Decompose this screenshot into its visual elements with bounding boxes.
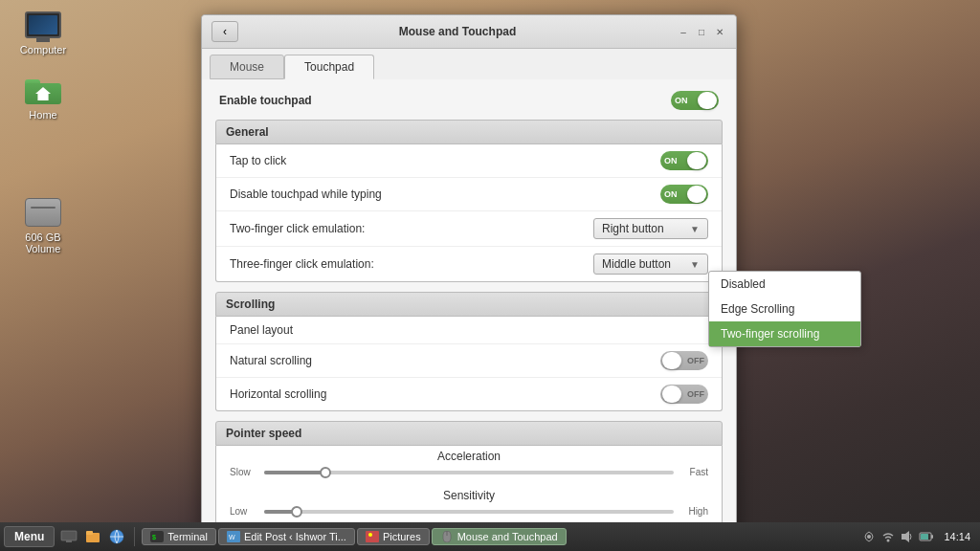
enable-touchpad-toggle[interactable]: ON [671, 91, 719, 110]
taskbar-icon-monitor[interactable] [58, 526, 79, 547]
natural-scrolling-text: OFF [687, 356, 704, 365]
desktop-icon-volume[interactable]: 606 GB Volume [10, 197, 77, 254]
taskbar-sep-1 [134, 527, 135, 546]
general-section-header: General [215, 120, 723, 144]
taskbar-icon-files[interactable] [82, 526, 103, 547]
desktop-icon-computer[interactable]: Computer [10, 10, 77, 55]
acceleration-fill [264, 471, 325, 474]
panel-layout-label: Panel layout [230, 323, 293, 337]
panel-layout-row: Panel layout Disabled Edge Scrolling Two… [216, 317, 722, 344]
enable-touchpad-row: Enable touchpad ON [215, 91, 723, 110]
taskbar-menu-button[interactable]: Menu [4, 526, 55, 547]
svg-rect-1 [66, 540, 72, 542]
tab-mouse[interactable]: Mouse [210, 55, 284, 79]
acceleration-min-label: Slow [230, 467, 256, 477]
three-finger-dropdown-value: Middle button [602, 257, 671, 271]
maximize-button[interactable]: □ [695, 25, 708, 38]
svg-marker-16 [902, 531, 909, 542]
tap-to-click-label: Tap to click [230, 154, 286, 167]
dialog-controls: – □ ✕ [677, 25, 726, 38]
three-finger-row: Three-finger click emulation: Middle but… [216, 247, 722, 281]
toggle-knob [698, 92, 717, 109]
acceleration-thumb[interactable] [320, 467, 331, 478]
svg-rect-3 [86, 531, 93, 535]
sensitivity-container: Sensitivity Low High [216, 485, 722, 524]
taskbar-icon-browser[interactable] [106, 526, 127, 547]
disable-typing-row: Disable touchpad while typing ON [216, 178, 722, 211]
tap-to-click-toggle[interactable]: ON [660, 151, 708, 170]
pointer-speed-section: Acceleration Slow Fast Sensitivity Low [215, 446, 723, 525]
sensitivity-label: Sensitivity [230, 489, 708, 502]
taskbar: Menu $ Terminal W Edit Post ‹ Ishwor [0, 522, 980, 551]
tap-to-click-row: Tap to click ON [216, 144, 722, 178]
acceleration-max-label: Fast [681, 467, 708, 477]
svg-rect-10 [366, 531, 379, 542]
network-icon [861, 529, 877, 544]
minimize-button[interactable]: – [677, 25, 690, 38]
toggle-knob-natural [662, 352, 681, 369]
sensitivity-thumb[interactable] [291, 506, 302, 518]
enable-touchpad-label: Enable touchpad [219, 94, 312, 107]
pointer-speed-section-header: Pointer speed [215, 421, 723, 446]
desktop-icon-home[interactable]: Home [10, 75, 77, 121]
svg-text:W: W [229, 534, 235, 540]
two-finger-dropdown-value: Right button [602, 222, 664, 235]
sensitivity-min-label: Low [230, 506, 256, 517]
horizontal-scrolling-toggle[interactable]: OFF [660, 385, 708, 404]
two-finger-dropdown-arrow: ▼ [690, 224, 700, 234]
taskbar-right: 14:14 [861, 529, 976, 544]
acceleration-slider-row: Slow Fast [230, 467, 708, 477]
scrolling-section: Panel layout Disabled Edge Scrolling Two… [215, 317, 723, 411]
sensitivity-slider-row: Low High [230, 506, 708, 517]
svg-point-11 [368, 533, 372, 537]
svg-rect-0 [61, 531, 77, 540]
desktop-icon-computer-label: Computer [20, 44, 66, 55]
sensitivity-track[interactable] [264, 510, 674, 514]
taskbar-app-pictures[interactable]: Pictures [357, 528, 430, 545]
dropdown-item-disabled[interactable]: Disabled [709, 272, 860, 297]
acceleration-track[interactable] [264, 471, 674, 474]
svg-rect-19 [921, 534, 928, 540]
natural-scrolling-label: Natural scrolling [230, 354, 312, 367]
taskbar-app-mouse[interactable]: Mouse and Touchpad [432, 528, 567, 545]
disable-typing-text: ON [664, 189, 678, 199]
taskbar-apps: $ Terminal W Edit Post ‹ Ishwor Ti... Pi… [142, 528, 858, 545]
dialog-tabs: Mouse Touchpad [202, 49, 736, 79]
dropdown-item-edge-scrolling[interactable]: Edge Scrolling [709, 297, 860, 321]
back-button[interactable]: ‹ [212, 21, 238, 42]
two-finger-label: Two-finger click emulation: [230, 222, 365, 235]
desktop: Computer Home 606 GB Volume [0, 0, 980, 551]
two-finger-row: Two-finger click emulation: Right button… [216, 211, 722, 247]
taskbar-app-pictures-label: Pictures [383, 531, 421, 542]
dropdown-item-two-finger-scrolling[interactable]: Two-finger scrolling [709, 321, 860, 346]
taskbar-app-edit-post[interactable]: W Edit Post ‹ Ishwor Ti... [218, 528, 355, 545]
enable-touchpad-toggle-text: ON [675, 96, 688, 105]
close-button[interactable]: ✕ [713, 25, 726, 38]
tap-to-click-text: ON [664, 156, 678, 165]
horizontal-scrolling-label: Horizontal scrolling [230, 387, 326, 401]
taskbar-clock: 14:14 [938, 531, 976, 542]
acceleration-label: Acceleration [230, 450, 708, 463]
toggle-knob-typing [687, 186, 706, 203]
dialog-window: ‹ Mouse and Touchpad – □ ✕ Mouse Touchpa… [201, 14, 737, 547]
disable-typing-label: Disable touchpad while typing [230, 187, 382, 201]
three-finger-dropdown[interactable]: Middle button ▼ [593, 253, 708, 275]
taskbar-app-terminal-label: Terminal [167, 531, 208, 542]
three-finger-label: Three-finger click emulation: [230, 257, 374, 271]
sensitivity-max-label: High [681, 506, 708, 517]
dialog-content: Enable touchpad ON General Tap to click … [202, 79, 736, 546]
horizontal-scrolling-row: Horizontal scrolling OFF [216, 378, 722, 410]
dialog-title: Mouse and Touchpad [238, 25, 677, 38]
toggle-knob-tap [687, 152, 706, 169]
volume-icon [900, 529, 915, 544]
svg-point-14 [867, 535, 871, 539]
scrolling-section-header: Scrolling [215, 292, 723, 317]
acceleration-container: Acceleration Slow Fast [216, 446, 722, 485]
taskbar-app-edit-post-label: Edit Post ‹ Ishwor Ti... [244, 531, 346, 542]
desktop-icon-home-label: Home [29, 109, 56, 121]
natural-scrolling-toggle[interactable]: OFF [660, 351, 708, 370]
tab-touchpad[interactable]: Touchpad [284, 55, 374, 79]
two-finger-dropdown[interactable]: Right button ▼ [593, 218, 708, 239]
disable-typing-toggle[interactable]: ON [660, 185, 708, 204]
taskbar-app-terminal[interactable]: $ Terminal [142, 528, 216, 545]
